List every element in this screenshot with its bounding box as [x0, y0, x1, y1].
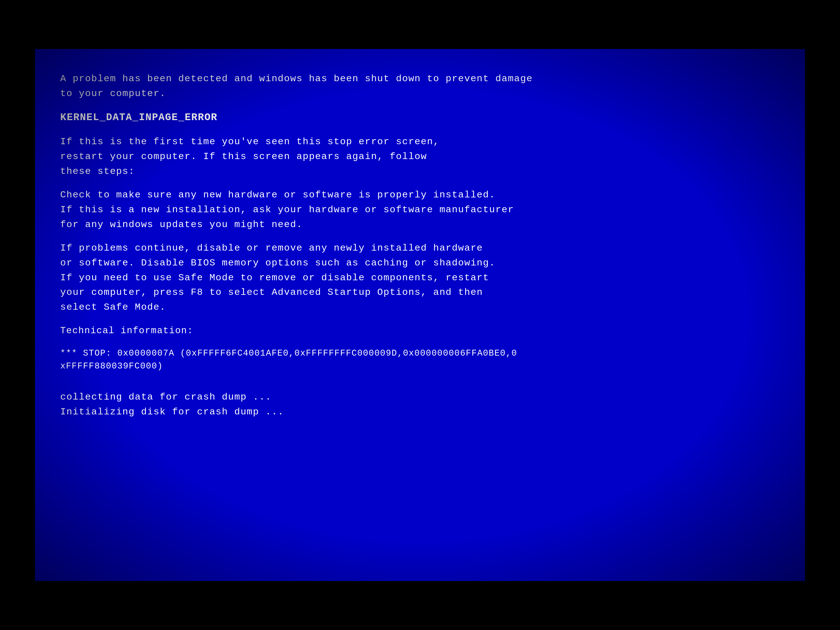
check-p1: Check to make sure any new hardware or s… — [60, 188, 780, 202]
bsod-screen: A problem has been detected and windows … — [35, 49, 805, 581]
check-p3: for any windows updates you might need. — [60, 217, 780, 232]
problems-p1: If problems continue, disable or remove … — [60, 241, 780, 256]
problems-p5: select Safe Mode. — [60, 300, 780, 315]
collecting-section: collecting data for crash dump ... Initi… — [60, 390, 780, 419]
collecting-line2: Initializing disk for crash dump ... — [60, 404, 780, 420]
intro-line2: to your computer. — [60, 86, 780, 101]
stop-line2: xFFFFF880039FC000) — [60, 360, 780, 373]
intro-line1: A problem has been detected and windows … — [60, 71, 780, 86]
screen-wrapper: A problem has been detected and windows … — [14, 21, 826, 609]
bsod-content: A problem has been detected and windows … — [60, 71, 780, 419]
tech-label: Technical information: — [60, 324, 780, 338]
stop-line1: *** STOP: 0x0000007A (0xFFFFF6FC4001AFE0… — [60, 347, 780, 360]
first-time-p3: these steps: — [60, 164, 780, 179]
first-time-p1: If this is the first time you've seen th… — [60, 134, 780, 149]
first-time-p2: restart your computer. If this screen ap… — [60, 149, 780, 164]
check-p2: If this is a new installation, ask your … — [60, 202, 780, 217]
problems-p4: your computer, press F8 to select Advanc… — [60, 285, 780, 300]
problems-p3: If you need to use Safe Mode to remove o… — [60, 270, 780, 285]
collecting-line1: collecting data for crash dump ... — [60, 390, 780, 404]
error-code: KERNEL_DATA_INPAGE_ERROR — [60, 110, 780, 125]
problems-p2: or software. Disable BIOS memory options… — [60, 256, 780, 270]
